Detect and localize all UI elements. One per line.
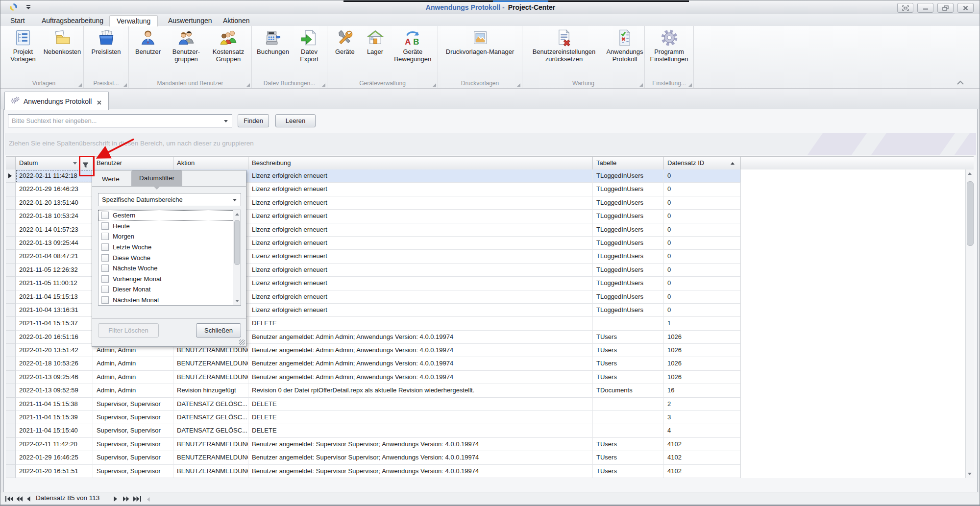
grid-cell[interactable]: Supervisor, Supervisor: [93, 438, 173, 451]
group-dialog-launcher-icon[interactable]: [517, 83, 520, 87]
grid-cell[interactable]: [593, 398, 664, 411]
vertical-scrollbar[interactable]: [965, 169, 974, 478]
filter-option-5[interactable]: Diese Woche: [98, 252, 241, 263]
grid-cell[interactable]: TUsers: [593, 331, 664, 344]
group-dialog-launcher-icon[interactable]: [433, 83, 436, 87]
ribbon-button-lager[interactable]: Lager: [363, 27, 388, 55]
tab-close-icon[interactable]: [97, 98, 102, 104]
grid-cell[interactable]: TLoggedInUsers: [593, 237, 664, 250]
ribbon-button-programm-einstellungen[interactable]: Programm Einstellungen: [647, 27, 692, 63]
clear-filter-button[interactable]: Filter Löschen: [98, 323, 159, 337]
ribbon-button-preislisten[interactable]: Preislisten: [87, 27, 126, 55]
previous-record-icon[interactable]: [26, 495, 31, 504]
filter-tab-datumsfilter[interactable]: Datumsfilter: [131, 170, 182, 186]
ribbon-button-kostensatz-gruppen[interactable]: Kostensatz Gruppen: [208, 27, 248, 63]
grid-cell[interactable]: 4102: [664, 438, 741, 451]
grid-cell[interactable]: Benutzer angemeldet: Supervisor Supervis…: [248, 465, 593, 478]
grid-cell[interactable]: TLoggedInUsers: [593, 196, 664, 210]
grid-cell[interactable]: Lizenz erfolgreich erneuert: [248, 237, 593, 250]
grid-cell[interactable]: Admin, Admin: [93, 357, 173, 370]
minimize-button[interactable]: [917, 3, 933, 13]
grid-cell[interactable]: BENUTZERANMELDUNG: [173, 371, 248, 384]
grid-cell[interactable]: Benutzer angemeldet: Admin Admin; Anwend…: [248, 344, 593, 357]
grid-cell[interactable]: 0: [664, 277, 741, 290]
group-dialog-launcher-icon[interactable]: [322, 83, 325, 87]
ribbon-tab-verwaltung[interactable]: Verwaltung: [109, 15, 158, 26]
grid-cell[interactable]: 2022-01-13 09:25:44: [16, 237, 93, 250]
grid-cell[interactable]: Lizenz erfolgreich erneuert: [248, 290, 593, 304]
table-row[interactable]: 2022-01-20 16:51:51Supervisor, Superviso…: [6, 465, 741, 478]
grid-cell[interactable]: DATENSATZ GELÖSC...: [173, 411, 248, 424]
chevron-down-icon[interactable]: [233, 199, 237, 201]
grid-cell[interactable]: DELETE: [248, 411, 593, 424]
grid-cell[interactable]: 0: [664, 250, 741, 263]
table-row[interactable]: 2022-02-11 11:42:20Supervisor, Superviso…: [6, 438, 741, 451]
grid-cell[interactable]: TUsers: [593, 344, 664, 357]
grid-cell[interactable]: TUsers: [593, 465, 664, 478]
grid-cell[interactable]: 2021-11-05 11:00:12: [16, 277, 93, 290]
column-header-beschreibung[interactable]: Beschreibung: [248, 157, 593, 170]
last-record-icon[interactable]: [133, 495, 141, 504]
grid-cell[interactable]: Lizenz erfolgreich erneuert: [248, 210, 593, 223]
grid-cell[interactable]: 2022-01-13 09:52:59: [16, 384, 93, 397]
column-header-tabelle[interactable]: Tabelle: [593, 157, 664, 170]
ribbon-button-datev-export[interactable]: Datev Export: [294, 27, 324, 63]
grid-cell[interactable]: TLoggedInUsers: [593, 304, 664, 317]
filter-option-7[interactable]: Vorheriger Monat: [98, 274, 241, 285]
grid-cell[interactable]: Benutzer angemeldet: Admin Admin; Anwend…: [248, 331, 593, 344]
grid-cell[interactable]: DELETE: [248, 424, 593, 437]
grid-cell[interactable]: Admin, Admin: [93, 384, 173, 397]
grid-cell[interactable]: TLoggedInUsers: [593, 250, 664, 263]
ribbon-button-projekt-vorlagen[interactable]: Projekt Vorlagen: [5, 27, 41, 63]
grid-cell[interactable]: 2022-01-20 16:51:16: [16, 331, 93, 344]
grid-cell[interactable]: 16: [664, 384, 741, 397]
grid-cell[interactable]: 4102: [664, 451, 741, 464]
grid-cell[interactable]: TUsers: [593, 357, 664, 370]
scrollbar-thumb[interactable]: [234, 220, 240, 265]
scroll-up-icon[interactable]: [235, 213, 239, 216]
filter-option-2[interactable]: Heute: [98, 221, 241, 232]
filter-option-6[interactable]: Nächste Woche: [98, 263, 241, 274]
grid-cell[interactable]: 2021-11-05 12:26:32: [16, 264, 93, 277]
grid-cell[interactable]: 2022-01-29 16:46:23: [16, 183, 93, 196]
chevron-down-icon[interactable]: [224, 120, 228, 122]
grid-cell[interactable]: TUsers: [593, 371, 664, 384]
grid-cell[interactable]: Lizenz erfolgreich erneuert: [248, 304, 593, 317]
grid-cell[interactable]: 2021-10-04 13:16:31: [16, 304, 93, 317]
table-row[interactable]: 2022-01-13 09:52:59Admin, AdminRevision …: [6, 384, 741, 397]
grid-cell[interactable]: DELETE: [248, 317, 593, 330]
grid-cell[interactable]: 1026: [664, 357, 741, 370]
grid-cell[interactable]: Admin, Admin: [93, 371, 173, 384]
table-row[interactable]: 2022-01-18 10:53:26Admin, AdminBENUTZERA…: [6, 357, 741, 370]
close-filter-button[interactable]: Schließen: [196, 323, 241, 337]
checkbox-unchecked-icon[interactable]: [101, 286, 109, 293]
grid-cell[interactable]: 1026: [664, 344, 741, 357]
scroll-up-icon[interactable]: [968, 172, 972, 175]
grid-cell[interactable]: 2022-01-20 16:51:51: [16, 465, 93, 478]
filter-option-1[interactable]: Gestern: [98, 210, 241, 221]
grid-cell[interactable]: DATENSATZ GELÖSC...: [173, 424, 248, 437]
grid-cell[interactable]: 2022-01-29 16:46:25: [16, 451, 93, 464]
grid-cell[interactable]: 2022-01-04 08:47:21: [16, 250, 93, 263]
collapse-ribbon-chevron-icon[interactable]: [956, 79, 965, 85]
grid-cell[interactable]: TLoggedInUsers: [593, 210, 664, 223]
grid-cell[interactable]: Lizenz erfolgreich erneuert: [248, 196, 593, 210]
grid-cell[interactable]: BENUTZERANMELDUNG: [173, 357, 248, 370]
grid-cell[interactable]: Lizenz erfolgreich erneuert: [248, 277, 593, 290]
grid-cell[interactable]: 2022-01-20 13:51:40: [16, 196, 93, 210]
restore-button[interactable]: [937, 3, 954, 13]
grid-cell[interactable]: 0: [664, 196, 741, 210]
ribbon-button-druckvorlagen-manager[interactable]: Druckvorlagen-Manager: [441, 27, 519, 55]
grid-cell[interactable]: Supervisor, Supervisor: [93, 424, 173, 437]
grid-cell[interactable]: TLoggedInUsers: [593, 183, 664, 196]
table-row[interactable]: 2021-11-04 15:15:39Supervisor, Superviso…: [6, 411, 741, 424]
grid-cell[interactable]: 0: [664, 169, 741, 183]
grid-cell[interactable]: 2022-01-18 10:53:26: [16, 357, 93, 370]
grid-cell[interactable]: BENUTZERANMELDUNG: [173, 451, 248, 464]
checkbox-unchecked-icon[interactable]: [101, 233, 109, 240]
grid-cell[interactable]: DELETE: [248, 398, 593, 411]
grid-cell[interactable]: 2021-11-04 15:15:13: [16, 290, 93, 304]
checkbox-unchecked-icon[interactable]: [101, 275, 109, 283]
ribbon-button-buchungen[interactable]: Buchungen: [254, 27, 292, 55]
grid-cell[interactable]: TUsers: [593, 438, 664, 451]
